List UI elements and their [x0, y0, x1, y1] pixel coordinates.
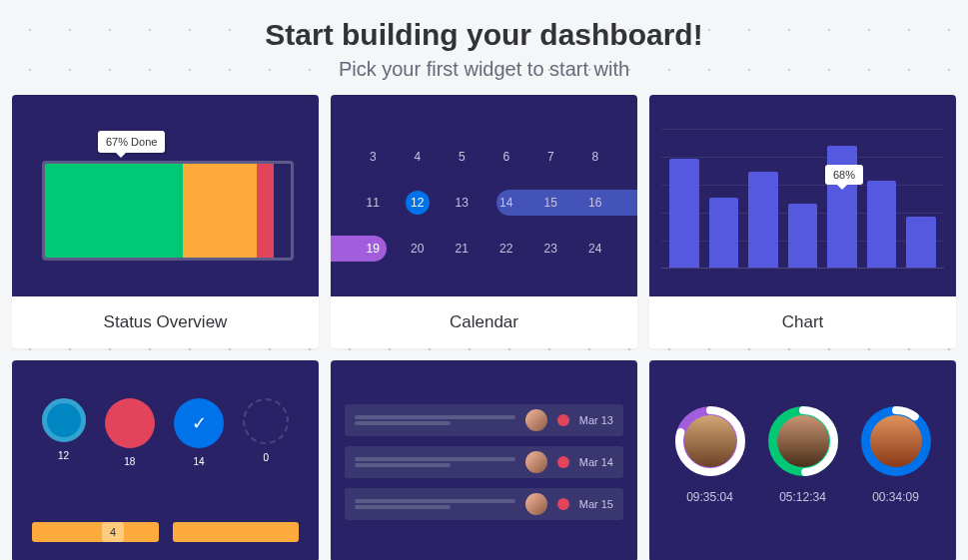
page-title: Start building your dashboard! [0, 18, 968, 52]
svg-point-1 [772, 410, 834, 472]
progress-ring-icon [675, 406, 745, 476]
header: Start building your dashboard! Pick your… [0, 0, 968, 95]
calendar-day: 14 [484, 191, 529, 215]
status-bar-orange [183, 164, 257, 258]
widget-card-calendar[interactable]: 3 4 5 6 7 8 11 12 13 14 15 16 19 20 21 2… [331, 95, 637, 348]
widget-label: Chart [649, 296, 956, 348]
status-bar-red [257, 164, 274, 258]
circle-icon [42, 398, 86, 442]
text-placeholder [355, 455, 515, 469]
progress-ring-icon [861, 406, 931, 476]
widget-card-table[interactable]: Mar 13 Mar 14 Mar 15 [331, 360, 637, 560]
avatar-icon [525, 493, 547, 515]
numbers-preview: 12 18 ✓ 14 0 4 [12, 360, 319, 560]
chart-bar [906, 217, 936, 269]
progress-ring-icon [768, 406, 838, 476]
number-bar [173, 522, 300, 542]
chart-tooltip: 68% [825, 165, 863, 185]
calendar-day: 7 [528, 145, 573, 169]
table-row: Mar 13 [345, 404, 623, 436]
time-value: 00:34:09 [861, 490, 931, 504]
timetracking-item: 05:12:34 [768, 406, 838, 504]
widget-card-numbers[interactable]: 12 18 ✓ 14 0 4 [12, 360, 319, 560]
timetracking-preview: 09:35:04 05:12:34 00:34:09 [649, 360, 956, 560]
calendar-preview: 3 4 5 6 7 8 11 12 13 14 15 16 19 20 21 2… [331, 95, 637, 296]
battery-icon [42, 161, 294, 261]
calendar-day: 19 [351, 237, 396, 261]
avatar-icon [525, 451, 547, 473]
check-icon: ✓ [192, 412, 207, 434]
table-date: Mar 13 [579, 414, 613, 426]
number-bar: 4 [32, 522, 159, 542]
chart-bar [748, 172, 778, 270]
number-value: 14 [194, 456, 205, 467]
calendar-day: 22 [484, 237, 529, 261]
status-tooltip: 67% Done [98, 131, 165, 153]
calendar-day: 8 [573, 145, 618, 169]
widget-label: Calendar [331, 296, 637, 348]
calendar-day: 11 [351, 191, 396, 215]
time-value: 05:12:34 [768, 490, 838, 504]
calendar-day-selected: 12 [396, 191, 441, 215]
calendar-day: 5 [440, 145, 484, 169]
svg-point-2 [865, 410, 927, 472]
widget-label: Status Overview [12, 296, 319, 348]
calendar-day: 16 [573, 191, 618, 215]
dashed-circle-icon [243, 398, 289, 444]
numbers-row: 12 18 ✓ 14 0 [32, 398, 299, 467]
status-dot-icon [557, 498, 569, 510]
table-date: Mar 14 [579, 456, 613, 468]
status-bar-green [45, 164, 183, 258]
timetracking-item: 00:34:09 [861, 406, 931, 504]
svg-point-0 [679, 410, 741, 472]
status-dot-icon [557, 414, 569, 426]
calendar-day: 6 [484, 145, 529, 169]
page-subtitle: Pick your first widget to start with [0, 58, 968, 81]
widget-card-chart[interactable]: 68% Chart [649, 95, 956, 348]
widget-card-time-tracking[interactable]: 09:35:04 05:12:34 00:34:09 [649, 360, 956, 560]
number-item: 0 [243, 398, 289, 467]
calendar-day: 13 [440, 191, 484, 215]
calendar-day: 15 [528, 191, 573, 215]
timetracking-item: 09:35:04 [675, 406, 745, 504]
timetracking-row: 09:35:04 05:12:34 00:34:09 [663, 406, 942, 504]
circle-check-icon: ✓ [174, 398, 224, 448]
table-row: Mar 15 [345, 488, 623, 520]
table-row: Mar 14 [345, 446, 623, 478]
number-item: ✓ 14 [174, 398, 224, 467]
text-placeholder [355, 497, 515, 511]
table-preview: Mar 13 Mar 14 Mar 15 [331, 360, 637, 560]
table-date: Mar 15 [579, 498, 613, 510]
text-placeholder [355, 413, 515, 427]
status-preview: 67% Done [12, 95, 319, 296]
calendar-day: 23 [528, 237, 573, 261]
number-value: 0 [264, 452, 270, 463]
calendar-grid: 3 4 5 6 7 8 11 12 13 14 15 16 19 20 21 2… [331, 95, 637, 261]
chart-baseline [661, 268, 944, 269]
table-rows: Mar 13 Mar 14 Mar 15 [331, 360, 637, 520]
chart-bar [669, 159, 699, 270]
avatar-icon [525, 409, 547, 431]
widget-grid: 67% Done Status Overview 3 4 5 6 7 8 11 [0, 95, 968, 560]
number-value: 12 [58, 450, 69, 461]
chart-preview: 68% [649, 95, 956, 296]
chart-bar [709, 198, 739, 270]
circle-icon [105, 398, 155, 448]
calendar-day: 24 [573, 237, 618, 261]
number-item: 12 [42, 398, 86, 467]
number-value: 18 [124, 456, 135, 467]
calendar-day: 3 [351, 145, 396, 169]
number-item: 18 [105, 398, 155, 467]
calendar-day: 20 [396, 237, 441, 261]
chart-bars [669, 139, 936, 269]
widget-card-status-overview[interactable]: 67% Done Status Overview [12, 95, 319, 348]
calendar-day: 4 [396, 145, 441, 169]
chart-bar [788, 204, 818, 269]
numbers-bars: 4 [32, 522, 299, 542]
time-value: 09:35:04 [675, 490, 745, 504]
number-bar-label: 4 [102, 522, 124, 542]
status-dot-icon [557, 456, 569, 468]
chart-bar [867, 181, 897, 269]
calendar-day: 21 [440, 237, 484, 261]
